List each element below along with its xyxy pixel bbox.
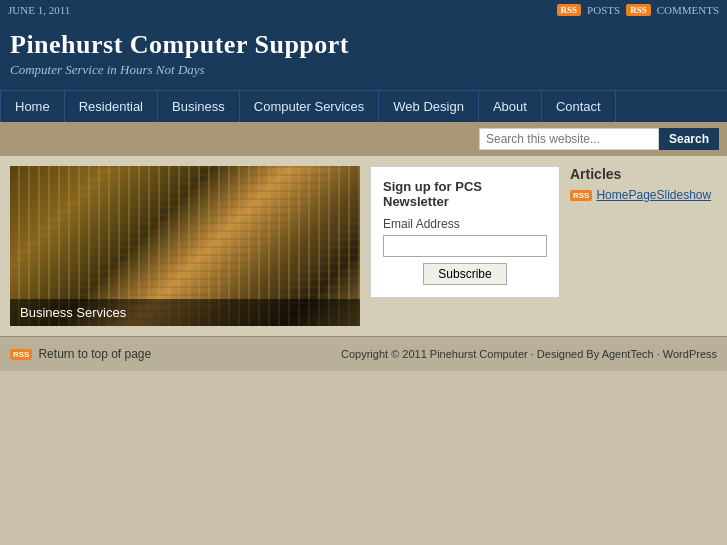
nav-item-residential[interactable]: Residential [65,91,158,122]
articles-title: Articles [570,166,717,182]
article-rss-icon: RSS [570,190,592,201]
footer-rss-icon: RSS [10,349,32,360]
comments-rss-icon[interactable]: RSS [626,4,651,16]
site-tagline: Computer Service in Hours Not Days [10,62,717,78]
comments-label: COMMENTS [657,4,719,16]
date-label: JUNE 1, 2011 [8,4,70,16]
search-input[interactable] [479,128,659,150]
nav-item-computer-services[interactable]: Computer Services [240,91,380,122]
nav-item-business[interactable]: Business [158,91,240,122]
site-header: Pinehurst Computer Support Computer Serv… [0,20,727,90]
posts-rss-icon[interactable]: RSS [557,4,582,16]
site-title: Pinehurst Computer Support [10,30,717,60]
top-bar: JUNE 1, 2011 RSS POSTS RSS COMMENTS [0,0,727,20]
posts-label: POSTS [587,4,620,16]
footer-left: RSS Return to top of page [10,347,151,361]
newsletter-box: Sign up for PCS Newsletter Email Address… [370,166,560,298]
newsletter-title: Sign up for PCS Newsletter [383,179,547,209]
nav-item-home[interactable]: Home [0,91,65,122]
hero-caption: Business Services [10,299,360,326]
nav-item-contact[interactable]: Contact [542,91,616,122]
main-content: Business Services Sign up for PCS Newsle… [0,156,727,336]
article-item: RSS HomePageSlideshow [570,188,717,202]
nav-item-web-design[interactable]: Web Design [379,91,479,122]
article-link[interactable]: HomePageSlideshow [596,188,711,202]
footer: RSS Return to top of page Copyright © 20… [0,336,727,371]
email-label: Email Address [383,217,547,231]
email-input[interactable] [383,235,547,257]
search-button[interactable]: Search [659,128,719,150]
search-bar: Search [0,122,727,156]
subscribe-button[interactable]: Subscribe [423,263,506,285]
nav-item-about[interactable]: About [479,91,542,122]
footer-copyright: Copyright © 2011 Pinehurst Computer · De… [341,348,717,360]
rss-icons: RSS POSTS RSS COMMENTS [557,4,719,16]
main-nav: Home Residential Business Computer Servi… [0,90,727,122]
hero-container: Business Services [10,166,360,326]
return-to-top-link[interactable]: Return to top of page [38,347,151,361]
articles-box: Articles RSS HomePageSlideshow [570,166,717,202]
